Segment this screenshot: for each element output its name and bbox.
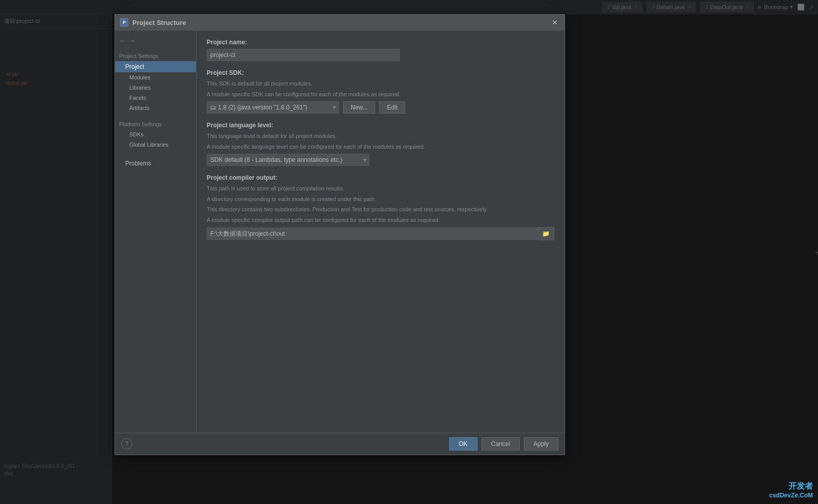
back-arrow-icon[interactable]: ← [119,37,126,45]
project-sdk-label: Project SDK: [207,69,554,76]
sdk-select[interactable]: 🗂 1.8 (2) (java version "1.8.0_261") [207,101,339,114]
sdk-select-wrapper: 🗂 1.8 (2) (java version "1.8.0_261") [207,101,339,114]
platform-settings-header: Platform Settings [115,119,196,129]
dialog-body: ← → Project Settings Project Modules Lib… [115,31,565,433]
nav-item-modules[interactable]: Modules [115,72,196,82]
nav-item-facets[interactable]: Facets [115,93,196,103]
cancel-button[interactable]: Cancel [482,437,520,451]
project-structure-dialog: P Project Structure ✕ ← → Project Settin… [115,14,565,455]
nav-item-sdks[interactable]: SDKs [115,129,196,139]
footer-right: OK Cancel Apply [449,437,558,451]
footer-left: ? [121,438,132,450]
dialog-footer: ? OK Cancel Apply [115,433,565,455]
nav-item-problems[interactable]: Problems [115,158,196,169]
compiler-output-input[interactable] [207,228,538,240]
compiler-desc2: A directory corresponding to each module… [207,195,554,204]
nav-item-libraries[interactable]: Libraries [115,82,196,93]
project-lang-desc2: A module specific language level can be … [207,143,554,151]
project-sdk-desc1: This SDK is default for all project modu… [207,79,554,88]
dialog-title: Project Structure [132,19,546,26]
project-compiler-label: Project compiler output: [207,174,554,181]
lang-select-wrapper: SDK default (8 - Lambdas, type annotatio… [207,154,370,166]
sdk-new-button[interactable]: New... [343,101,375,114]
folder-browse-button[interactable]: 📁 [538,227,554,240]
dialog-icon: P [120,18,128,26]
compiler-desc4: A module specific compiler output path c… [207,216,554,225]
sdk-edit-button[interactable]: Edit [379,101,405,114]
right-content-panel: Project name: Project SDK: This SDK is d… [196,31,565,433]
forward-arrow-icon[interactable]: → [128,37,135,45]
nav-arrows: ← → [115,35,196,49]
compiler-desc3: This directory contains two subdirectori… [207,205,554,214]
lang-level-select[interactable]: SDK default (8 - Lambdas, type annotatio… [207,154,370,166]
nav-item-artifacts[interactable]: Artifacts [115,103,196,113]
nav-item-global-libraries[interactable]: Global Libraries [115,139,196,150]
project-lang-label: Project language level: [207,122,554,129]
apply-button[interactable]: Apply [524,437,558,451]
compiler-desc1: This path is used to store all project c… [207,184,554,193]
help-button[interactable]: ? [121,438,132,450]
sdk-row: 🗂 1.8 (2) (java version "1.8.0_261") New… [207,101,554,114]
developer-watermark: 开发者 csdDevZe.CoM [769,481,813,499]
folder-icon: 📁 [542,230,550,237]
compiler-output-row: 📁 [207,227,554,240]
nav-item-project[interactable]: Project [115,61,196,72]
dialog-close-button[interactable]: ✕ [550,18,559,27]
ok-button[interactable]: OK [449,437,477,451]
left-nav-panel: ← → Project Settings Project Modules Lib… [115,31,196,433]
project-name-input[interactable] [207,49,400,61]
dialog-titlebar: P Project Structure ✕ [115,15,565,31]
project-lang-desc1: This language level is default for all p… [207,132,554,141]
project-settings-header: Project Settings [115,51,196,61]
project-name-label: Project name: [207,39,554,46]
project-sdk-desc2: A module specific SDK can be configured … [207,90,554,99]
